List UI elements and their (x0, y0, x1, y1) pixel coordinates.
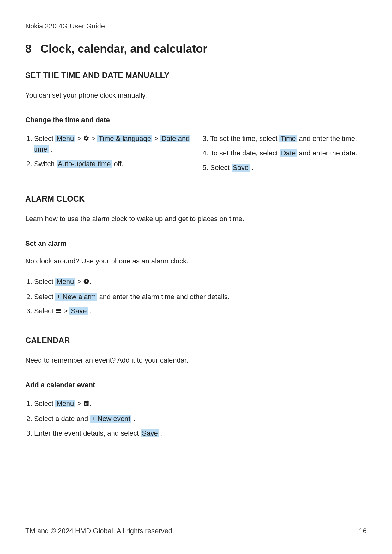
chapter-title: 8Clock, calendar, and calculator (25, 42, 367, 56)
ui-ref-save: Save (232, 164, 250, 172)
section-calendar: CALENDAR Need to remember an event? Add … (25, 336, 367, 438)
step: Select Menu > > Time & language > Date a… (34, 134, 191, 154)
footer-copyright: TM and © 2024 HMD Global. All rights res… (25, 527, 174, 535)
text: . (250, 164, 254, 172)
subsection-heading: Set an alarm (25, 239, 367, 248)
page-footer: TM and © 2024 HMD Global. All rights res… (25, 527, 367, 535)
running-head: Nokia 220 4G User Guide (25, 22, 367, 30)
step: Select Menu > . (34, 277, 367, 287)
text: and enter the time. (297, 135, 357, 142)
ui-ref-save: Save (141, 429, 159, 437)
ui-ref-auto-update: Auto-update time (57, 160, 112, 168)
step: Select Save . (210, 163, 367, 173)
step: Switch Auto-update time off. (34, 159, 191, 169)
ui-ref-menu: Menu (55, 135, 75, 142)
text: > (75, 400, 83, 407)
section-intro: Learn how to use the alarm clock to wake… (25, 215, 367, 223)
section-heading: SET THE TIME AND DATE MANUALLY (25, 71, 367, 80)
steps-alarm: Select Menu > . Select + New alarm and e… (25, 277, 367, 317)
section-heading: CALENDAR (25, 336, 367, 345)
text: Enter the event details, and select (34, 429, 141, 437)
text: and enter the date. (297, 149, 357, 157)
chapter-name: Clock, calendar, and calculator (40, 42, 207, 55)
text: . (89, 400, 91, 407)
ui-ref-new-event: + New event (90, 415, 131, 423)
ui-ref-time: Time (279, 135, 297, 142)
footer-page-number: 16 (359, 527, 367, 535)
chapter-number: 8 (25, 42, 32, 56)
ui-ref-menu: Menu (55, 278, 75, 286)
section-intro: You can set your phone clock manually. (25, 91, 367, 99)
hamburger-icon (55, 307, 62, 317)
text: > (75, 135, 83, 142)
text: . (159, 429, 163, 437)
text: > (62, 307, 69, 315)
ui-ref-menu: Menu (55, 400, 75, 407)
svg-text:12: 12 (85, 402, 88, 406)
text: > (75, 278, 83, 286)
calendar-icon: 12 (83, 399, 89, 409)
ui-ref-date: Date (280, 149, 297, 157)
step: Select a date and + New event . (34, 414, 367, 424)
subsection-heading: Add a calendar event (25, 381, 367, 389)
step: To set the date, select Date and enter t… (210, 148, 367, 158)
gear-icon (83, 134, 89, 144)
step: Select > Save . (34, 306, 367, 317)
step: To set the time, select Time and enter t… (210, 134, 367, 144)
text: Select (210, 164, 232, 172)
ui-ref-save: Save (69, 307, 88, 315)
ui-ref-time-language: Time & language (97, 135, 152, 142)
section-intro: Need to remember an event? Add it to you… (25, 356, 367, 364)
text: Select (34, 278, 55, 286)
text: To set the date, select (210, 149, 280, 157)
subsection-intro: No clock around? Use your phone as an al… (25, 257, 367, 265)
steps-calendar: Select Menu > 12. Select a date and + Ne… (25, 399, 367, 438)
step: Enter the event details, and select Save… (34, 428, 367, 438)
text: To set the time, select (210, 135, 280, 142)
section-time-date: SET THE TIME AND DATE MANUALLY You can s… (25, 71, 367, 175)
text: Select a date and (34, 415, 90, 423)
step: Select Menu > 12. (34, 399, 367, 409)
text: Select (34, 307, 55, 315)
svg-rect-4 (85, 401, 86, 402)
text: > (152, 135, 160, 142)
text: Switch (34, 160, 57, 168)
text: and enter the alarm time and other detai… (97, 293, 229, 301)
text: Select (34, 135, 55, 142)
text: off. (112, 160, 123, 168)
text: > (89, 135, 97, 142)
ui-ref-new-alarm: + New alarm (55, 293, 97, 301)
section-heading: ALARM CLOCK (25, 194, 367, 203)
text: . (49, 145, 52, 153)
text: Select (34, 400, 55, 407)
subsection-heading: Change the time and date (25, 116, 367, 124)
text: . (88, 307, 92, 315)
clock-icon (83, 277, 89, 287)
text: . (131, 415, 135, 423)
section-alarm: ALARM CLOCK Learn how to use the alarm c… (25, 194, 367, 317)
step: Select + New alarm and enter the alarm t… (34, 292, 367, 302)
text: . (89, 278, 91, 286)
text: Select (34, 293, 55, 301)
steps-time-date: Select Menu > > Time & language > Date a… (25, 134, 367, 175)
svg-rect-5 (87, 401, 88, 402)
